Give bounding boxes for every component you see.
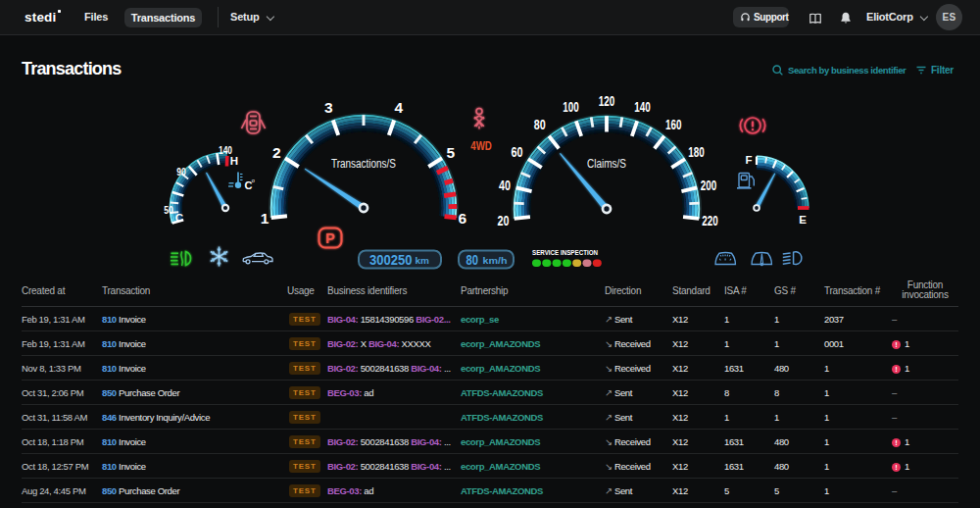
svg-text:300250: 300250 [369, 251, 413, 268]
svg-text:C: C [175, 212, 183, 224]
svg-text:1: 1 [261, 210, 270, 227]
svg-text:km/h: km/h [483, 255, 508, 266]
svg-text:120: 120 [599, 93, 615, 109]
svg-text:80: 80 [466, 251, 479, 268]
svg-text:E: E [799, 214, 807, 226]
svg-text:3: 3 [324, 99, 333, 116]
svg-text:H: H [230, 155, 238, 167]
svg-text:Claims/S: Claims/S [587, 157, 626, 171]
svg-text:5: 5 [446, 144, 455, 161]
svg-text:SERVICE INSPECTION: SERVICE INSPECTION [532, 248, 598, 257]
svg-text:4: 4 [394, 99, 403, 116]
svg-text:F: F [745, 154, 752, 166]
svg-text:50: 50 [164, 204, 173, 216]
svg-text:90: 90 [176, 166, 186, 178]
svg-text:P: P [325, 230, 335, 246]
svg-text:4WD: 4WD [470, 138, 492, 153]
svg-text:km: km [416, 255, 430, 266]
svg-text:100: 100 [563, 99, 579, 115]
svg-text:220: 220 [702, 213, 718, 229]
svg-text:o: o [252, 178, 255, 183]
svg-text:60: 60 [511, 144, 522, 160]
svg-text:40: 40 [499, 178, 511, 193]
svg-text:Transactions/S: Transactions/S [331, 157, 396, 171]
svg-text:6: 6 [459, 210, 467, 227]
svg-text:160: 160 [665, 117, 682, 132]
svg-text:140: 140 [634, 99, 651, 115]
svg-text:180: 180 [688, 144, 705, 160]
svg-text:20: 20 [498, 213, 510, 229]
svg-text:80: 80 [534, 117, 546, 132]
svg-text:2: 2 [272, 144, 281, 161]
svg-text:200: 200 [701, 178, 717, 193]
